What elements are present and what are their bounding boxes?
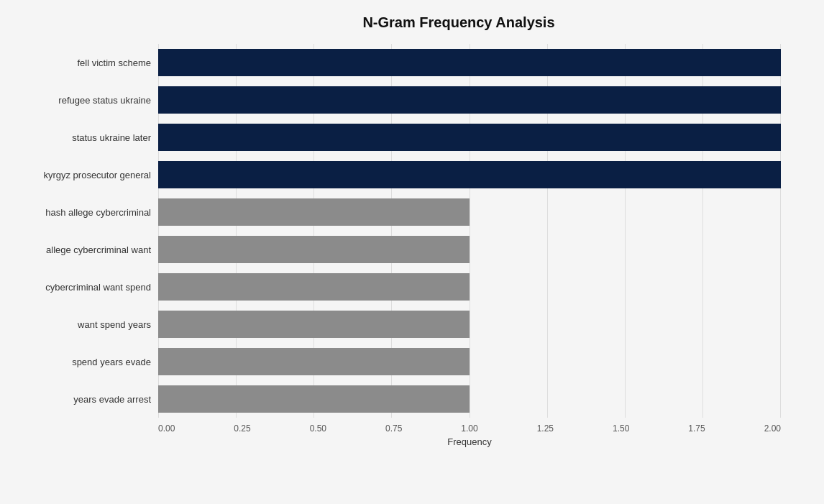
chart-container: N-Gram Frequency Analysis fell victim sc… (0, 0, 824, 504)
x-tick: 0.50 (310, 423, 326, 434)
bar-label: cybercriminal want spend (7, 282, 158, 293)
bar-wrapper (158, 273, 781, 301)
bar-wrapper (158, 198, 781, 226)
bar-label: allege cybercriminal want (7, 244, 158, 255)
bar-wrapper (158, 161, 781, 188)
x-tick: 0.25 (234, 423, 250, 434)
x-axis: 0.000.250.500.751.001.251.501.752.00 (7, 423, 781, 434)
bar-row: hash allege cybercriminal (7, 193, 781, 231)
bar-wrapper (158, 49, 781, 76)
x-tick: 0.75 (385, 423, 402, 434)
bar-row: status ukraine later (7, 119, 781, 156)
bar-label: status ukraine later (7, 132, 158, 143)
bar-wrapper (158, 236, 781, 263)
bar-row: want spend years (7, 306, 781, 343)
bar-row: cybercriminal want spend (7, 268, 781, 306)
bar-label: fell victim scheme (7, 58, 158, 68)
x-tick: 2.00 (764, 423, 781, 434)
bar-row: allege cybercriminal want (7, 231, 781, 268)
bar-label: hash allege cybercriminal (7, 207, 158, 218)
bar-row: years evade arrest (7, 380, 781, 418)
bars-outer: fell victim schemerefugee status ukraine… (7, 44, 781, 418)
bar-label: refugee status ukraine (7, 95, 158, 106)
bars-section: fell victim schemerefugee status ukraine… (7, 44, 781, 418)
bar-fill (158, 311, 470, 338)
x-tick: 1.75 (688, 423, 705, 434)
bar-fill (158, 86, 781, 114)
bar-fill (158, 236, 470, 263)
bar-row: refugee status ukraine (7, 81, 781, 119)
bar-wrapper (158, 311, 781, 338)
bar-fill (158, 124, 781, 151)
bar-wrapper (158, 86, 781, 114)
bar-fill (158, 161, 781, 188)
bar-row: fell victim scheme (7, 44, 781, 81)
bar-row: spend years evade (7, 343, 781, 380)
bar-label: kyrgyz prosecutor general (7, 170, 158, 180)
bar-label: spend years evade (7, 357, 158, 367)
x-tick: 1.25 (537, 423, 554, 434)
bar-fill (158, 348, 470, 375)
x-axis-label: Frequency (7, 436, 781, 447)
bar-fill (158, 198, 470, 226)
bar-wrapper (158, 385, 781, 413)
x-tick: 1.00 (461, 423, 477, 434)
x-tick: 1.50 (613, 423, 629, 434)
bar-label: want spend years (7, 319, 158, 330)
bar-label: years evade arrest (7, 394, 158, 405)
chart-area: fell victim schemerefugee status ukraine… (7, 44, 781, 404)
bar-fill (158, 273, 470, 301)
x-tick: 0.00 (158, 423, 175, 434)
chart-title: N-Gram Frequency Analysis (7, 14, 781, 31)
bar-fill (158, 49, 781, 76)
bar-fill (158, 385, 470, 413)
x-axis-ticks: 0.000.250.500.751.001.251.501.752.00 (158, 423, 781, 434)
bar-wrapper (158, 124, 781, 151)
bar-row: kyrgyz prosecutor general (7, 156, 781, 193)
bar-wrapper (158, 348, 781, 375)
